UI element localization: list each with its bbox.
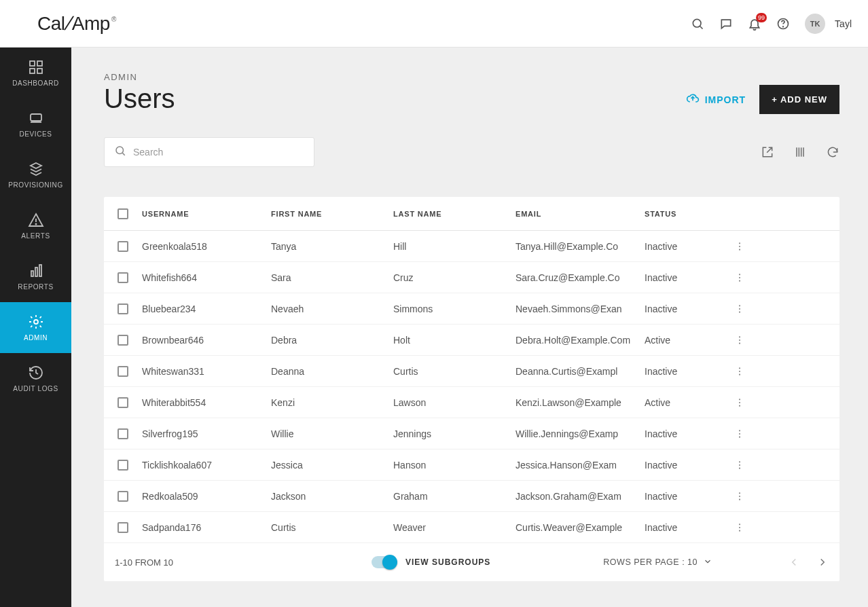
row-checkbox[interactable]	[117, 460, 128, 471]
svg-rect-13	[39, 265, 41, 276]
add-new-button[interactable]: + ADD NEW	[759, 85, 839, 114]
table-header: USERNAME FIRST NAME LAST NAME EMAIL STAT…	[104, 197, 839, 231]
select-all-checkbox[interactable]	[117, 208, 128, 219]
logo-reg: ®	[111, 16, 116, 23]
search-box[interactable]	[104, 137, 314, 167]
sidebar-item-reports[interactable]: REPORTS	[0, 251, 71, 302]
col-status[interactable]: STATUS	[645, 210, 726, 218]
row-menu-button[interactable]	[726, 522, 753, 533]
logo-slash: /	[64, 13, 73, 35]
sidebar-item-label: ADMIN	[24, 334, 48, 342]
history-icon	[28, 365, 44, 381]
row-checkbox[interactable]	[117, 428, 128, 439]
table-row[interactable]: Bluebear234NevaehSimmonsNevaeh.Simmons@E…	[104, 293, 839, 325]
svg-point-46	[739, 495, 740, 496]
row-checkbox[interactable]	[117, 397, 128, 408]
svg-point-31	[739, 339, 740, 340]
col-firstname[interactable]: FIRST NAME	[271, 210, 393, 218]
cell-status: Inactive	[645, 428, 726, 439]
table-row[interactable]: Silverfrog195WillieJenningsWillie.Jennin…	[104, 418, 839, 449]
col-lastname[interactable]: LAST NAME	[393, 210, 516, 218]
svg-line-16	[122, 153, 124, 155]
col-username[interactable]: USERNAME	[142, 210, 271, 218]
row-menu-button[interactable]	[726, 241, 753, 252]
avatar[interactable]: TK	[805, 14, 825, 34]
row-checkbox[interactable]	[117, 272, 128, 283]
prev-page-button[interactable]	[788, 556, 800, 568]
topbar: Cal / Amp ® 99 TK Tayl	[0, 0, 868, 48]
export-icon[interactable]	[761, 145, 774, 159]
row-menu-button[interactable]	[726, 272, 753, 283]
row-checkbox[interactable]	[117, 522, 128, 533]
provisioning-icon	[28, 161, 44, 177]
search-input[interactable]	[133, 147, 304, 158]
view-subgroups-toggle[interactable]	[372, 556, 396, 568]
help-icon[interactable]	[776, 17, 790, 31]
sidebar-item-admin[interactable]: ADMIN	[0, 302, 71, 353]
cell-firstname: Willie	[271, 428, 393, 439]
cell-email: Debra.Holt@Example.Com	[516, 335, 645, 346]
svg-rect-8	[31, 114, 41, 121]
table-row[interactable]: Whitefish664SaraCruzSara.Cruz@Example.Co…	[104, 262, 839, 293]
rows-per-page[interactable]: ROWS PER PAGE : 10	[603, 557, 712, 568]
svg-point-15	[116, 147, 124, 154]
table-row[interactable]: Whiteswan331DeannaCurtisDeanna.Curtis@Ex…	[104, 356, 839, 387]
notifications-icon[interactable]: 99	[748, 17, 761, 31]
breadcrumb: ADMIN	[104, 72, 839, 82]
table-row[interactable]: Brownbear646DebraHoltDebra.Holt@Example.…	[104, 325, 839, 356]
sidebar-item-auditlogs[interactable]: AUDIT LOGS	[0, 353, 71, 404]
row-menu-button[interactable]	[726, 335, 753, 346]
cell-firstname: Debra	[271, 335, 393, 346]
row-menu-button[interactable]	[726, 397, 753, 408]
dashboard-icon	[28, 59, 44, 75]
pagination-range: 1-10 FROM 10	[115, 557, 173, 568]
import-button[interactable]: IMPORT	[686, 92, 746, 107]
cell-email: Sara.Cruz@Example.Co	[516, 272, 645, 283]
svg-point-47	[739, 498, 740, 500]
cell-status: Inactive	[645, 366, 726, 377]
row-menu-button[interactable]	[726, 460, 753, 471]
row-menu-button[interactable]	[726, 491, 753, 502]
svg-point-21	[739, 242, 740, 244]
search-icon	[114, 145, 126, 160]
svg-point-3	[783, 26, 784, 26]
table-row[interactable]: Greenkoala518TanyaHillTanya.Hill@Example…	[104, 231, 839, 262]
table-row[interactable]: Ticklishkoala607JessicaHansonJessica.Han…	[104, 449, 839, 481]
svg-point-0	[693, 19, 701, 27]
row-checkbox[interactable]	[117, 335, 128, 346]
sidebar-item-label: AUDIT LOGS	[13, 385, 58, 392]
cell-firstname: Jessica	[271, 460, 393, 471]
row-menu-button[interactable]	[726, 366, 753, 377]
row-checkbox[interactable]	[117, 304, 128, 314]
users-table: USERNAME FIRST NAME LAST NAME EMAIL STAT…	[104, 197, 839, 581]
columns-icon[interactable]	[793, 145, 807, 159]
table-row[interactable]: Whiterabbit554KenziLawsonKenzi.Lawson@Ex…	[104, 387, 839, 418]
cell-lastname: Weaver	[393, 522, 516, 533]
search-icon[interactable]	[691, 17, 704, 31]
sidebar-item-dashboard[interactable]: DASHBOARD	[0, 48, 71, 98]
row-checkbox[interactable]	[117, 491, 128, 502]
svg-point-37	[739, 401, 740, 403]
cell-username: Silverfrog195	[142, 428, 271, 439]
row-menu-button[interactable]	[726, 304, 753, 314]
svg-point-23	[739, 249, 740, 250]
chevron-down-icon	[703, 557, 712, 568]
refresh-icon[interactable]	[826, 145, 839, 159]
table-row[interactable]: Redkoala509JacksonGrahamJackson.Graham@E…	[104, 481, 839, 512]
next-page-button[interactable]	[816, 556, 829, 568]
table-row[interactable]: Sadpanda176CurtisWeaverCurtis.Weaver@Exa…	[104, 512, 839, 543]
col-email[interactable]: EMAIL	[516, 210, 645, 218]
rows-per-page-label: ROWS PER PAGE : 10	[603, 557, 698, 567]
svg-point-35	[739, 373, 740, 375]
cell-email: Curtis.Weaver@Example	[516, 522, 645, 533]
sidebar-item-provisioning[interactable]: PROVISIONING	[0, 149, 71, 200]
cell-username: Whiteswan331	[142, 366, 271, 377]
row-checkbox[interactable]	[117, 366, 128, 377]
sidebar-item-alerts[interactable]: ALERTS	[0, 200, 71, 251]
table-footer: 1-10 FROM 10 VIEW SUBGROUPS ROWS PER PAG…	[104, 543, 839, 581]
row-menu-button[interactable]	[726, 428, 753, 439]
row-checkbox[interactable]	[117, 241, 128, 252]
sidebar-item-devices[interactable]: DEVICES	[0, 98, 71, 149]
svg-point-40	[739, 433, 740, 434]
messages-icon[interactable]	[719, 17, 733, 31]
